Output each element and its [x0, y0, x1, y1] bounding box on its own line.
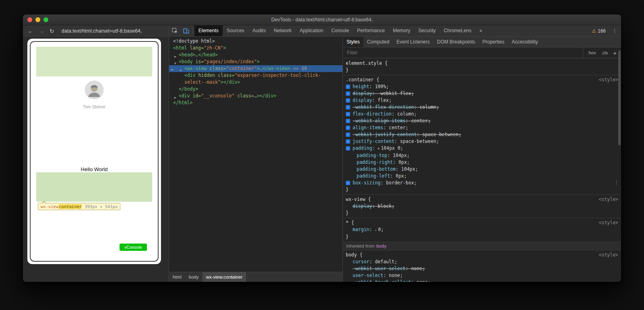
css-declaration[interactable]: ✓flex-direction: column;: [343, 111, 621, 118]
tabs-overflow-chevron[interactable]: »: [475, 25, 486, 36]
css-declaration[interactable]: cursor: default;: [343, 258, 621, 265]
tab-security[interactable]: Security: [414, 25, 440, 36]
dom-tree-line[interactable]: </html>: [169, 99, 343, 106]
property-checkbox[interactable]: ✓: [346, 119, 350, 123]
styles-filter-input[interactable]: [343, 50, 583, 56]
sidebar-tab-computed[interactable]: Computed: [363, 37, 393, 47]
breadcrumb-body[interactable]: body: [185, 272, 202, 282]
css-declaration[interactable]: ✓padding: ▼104px 0;: [343, 145, 621, 152]
shorthand-twisty[interactable]: ▼: [378, 147, 380, 151]
rules-more-icon[interactable]: ⋮: [614, 179, 619, 186]
inherited-node-link[interactable]: body: [376, 243, 386, 250]
property-checkbox[interactable]: ✓: [346, 126, 350, 130]
dom-tree-line[interactable]: <div hidden class="exparser-inspector-to…: [169, 72, 343, 79]
css-declaration[interactable]: user-select: none;: [343, 272, 621, 279]
inspect-element-icon[interactable]: [169, 25, 180, 36]
shorthand-twisty[interactable]: ▸: [375, 228, 377, 232]
tab-performance[interactable]: Performance: [353, 25, 389, 36]
tab-application[interactable]: Application: [295, 25, 327, 36]
property-checkbox[interactable]: ✓: [346, 98, 350, 103]
vconsole-button[interactable]: vConsole: [120, 244, 147, 251]
tab-memory[interactable]: Memory: [389, 25, 414, 36]
stylesheet-origin-link[interactable]: <style>: [599, 219, 618, 226]
elements-panel: <!doctype html><html lang="zh-CN">▶<head…: [169, 37, 343, 282]
minimize-button[interactable]: [35, 17, 40, 22]
css-declaration[interactable]: ✓-webkit-justify-content: space-between;: [343, 131, 621, 138]
property-checkbox[interactable]: ✓: [346, 105, 350, 110]
tab-elements[interactable]: Elements: [194, 25, 223, 36]
console-warnings-badge[interactable]: ⚠ 166: [588, 28, 610, 34]
tab-audits[interactable]: Audits: [248, 25, 270, 36]
close-button[interactable]: [27, 17, 32, 22]
css-declaration[interactable]: ✓-webkit-flex-direction: column;: [343, 104, 621, 111]
property-checkbox[interactable]: ✓: [346, 112, 350, 116]
css-declaration[interactable]: padding-bottom: 104px;: [343, 166, 621, 173]
property-checkbox[interactable]: ✓: [346, 139, 350, 144]
page-viewport[interactable]: Tom Steiner Hello World wx-view containe…: [36, 47, 152, 254]
css-declaration[interactable]: ✓-webkit-align-items: center;: [343, 118, 621, 124]
css-declaration[interactable]: ✓justify-content: space-between;: [343, 138, 621, 145]
sidebar-tab-event-listeners[interactable]: Event Listeners: [393, 37, 433, 47]
rule-header: body {<style>: [343, 252, 621, 258]
property-checkbox[interactable]: ✓: [346, 146, 350, 151]
stylesheet-origin-link[interactable]: <style>: [599, 196, 618, 203]
dom-tree-line[interactable]: ▼<body is="pages/index/index">: [169, 58, 343, 65]
property-checkbox[interactable]: ✓: [346, 181, 350, 185]
css-declaration[interactable]: -webkit-user-select: none;: [343, 265, 621, 272]
sidebar-tab-properties[interactable]: Properties: [479, 37, 508, 47]
css-declaration[interactable]: padding-right: 0px;: [343, 159, 621, 166]
scrollbar-thumb[interactable]: [618, 50, 621, 145]
dom-tree-line[interactable]: <html lang="zh-CN">: [169, 45, 343, 52]
css-declaration[interactable]: padding-top: 104px;: [343, 152, 621, 159]
tab-console[interactable]: Console: [327, 25, 353, 36]
rule-selector[interactable]: .container: [346, 77, 374, 83]
rule-selector[interactable]: *: [346, 220, 349, 225]
rule-selector[interactable]: wx-view: [346, 196, 365, 202]
code-token: …: [254, 93, 257, 99]
property-value: flex: [378, 97, 389, 103]
stylesheet-origin-link[interactable]: <style>: [599, 76, 618, 83]
breadcrumb-wx-view.container[interactable]: wx-view.container: [202, 272, 246, 282]
property-checkbox[interactable]: ✓: [346, 85, 350, 89]
rule-header: wx-view {<style>: [343, 196, 621, 203]
css-declaration[interactable]: padding-left: 0px;: [343, 173, 621, 180]
dom-tree-line[interactable]: ▶<head>…</head>: [169, 52, 343, 58]
tab-sources[interactable]: Sources: [223, 25, 248, 36]
dom-tree-line[interactable]: …▶<wx-view class="container">…</wx-view>…: [169, 65, 343, 72]
line-options-dots[interactable]: …: [171, 65, 173, 72]
sidebar-tab-dom-breakpoints[interactable]: DOM Breakpoints: [433, 37, 479, 47]
property-name: display: [353, 97, 372, 103]
forward-icon[interactable]: →: [39, 28, 44, 34]
dom-tree-line[interactable]: select--mask"></div>: [169, 79, 343, 86]
css-declaration[interactable]: ⚠-webkit-touch-callout: none;: [343, 279, 621, 282]
tab-chromelens[interactable]: ChromeLens: [440, 25, 476, 36]
css-declaration[interactable]: ✓align-items: center;: [343, 124, 621, 131]
reload-icon[interactable]: ↻: [50, 28, 54, 34]
back-icon[interactable]: ←: [28, 28, 33, 34]
sidebar-tab-styles[interactable]: Styles: [343, 37, 363, 47]
rule-selector[interactable]: element.style: [346, 60, 382, 66]
css-declaration[interactable]: ✓box-sizing: border-box;: [343, 180, 621, 186]
css-declaration[interactable]: ✓height: 100%;: [343, 83, 621, 90]
css-declaration[interactable]: ✓display: flex;: [343, 97, 621, 104]
device-toolbar-icon[interactable]: [180, 25, 192, 36]
pseudo-state-toggle[interactable]: :hov: [588, 50, 596, 55]
property-checkbox[interactable]: ✓: [346, 132, 350, 137]
tab-network[interactable]: Network: [270, 25, 295, 36]
dom-tree-line[interactable]: ▶<div id="__vconsole" class=…></div>: [169, 93, 343, 99]
zoom-button[interactable]: [43, 17, 48, 22]
code-token: "exparser-inspector-tool-click-: [235, 72, 321, 78]
css-declaration[interactable]: display: block;: [343, 203, 621, 210]
dom-tree-line[interactable]: <!doctype html>: [169, 38, 343, 45]
css-declaration[interactable]: ✓display: -webkit-flex;: [343, 90, 621, 97]
element-classes-toggle[interactable]: .cls: [601, 50, 608, 55]
devtools-menu-icon[interactable]: ⋮: [610, 28, 619, 34]
css-declaration[interactable]: margin: ▸0;: [343, 226, 621, 234]
property-checkbox[interactable]: ✓: [346, 91, 350, 96]
breadcrumb-html[interactable]: html: [169, 272, 185, 282]
stylesheet-origin-link[interactable]: <style>: [599, 252, 618, 258]
dom-tree-line[interactable]: </body>: [169, 86, 343, 93]
sidebar-tab-accessibility[interactable]: Accessibility: [508, 37, 541, 47]
rule-selector[interactable]: body: [346, 252, 357, 258]
new-style-rule-icon[interactable]: +: [613, 50, 617, 56]
